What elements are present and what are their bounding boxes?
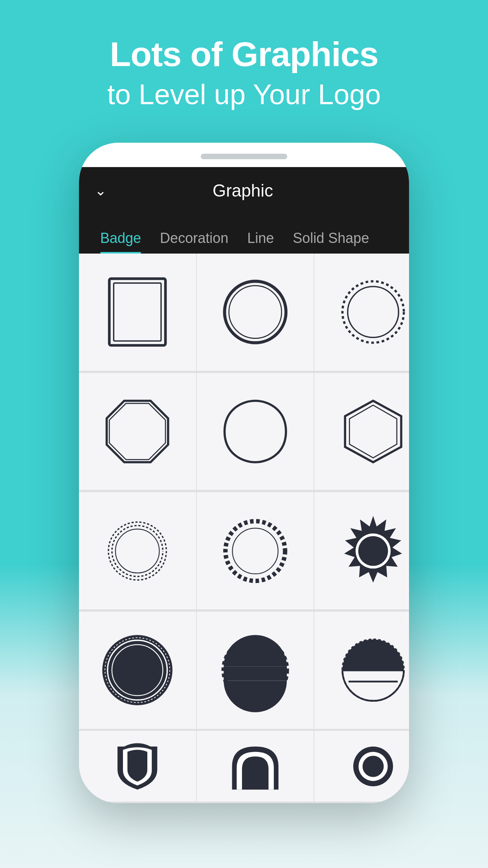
hero-section: Lots of Graphics to Level up Your Logo [107,35,381,111]
svg-rect-23 [224,667,287,681]
badge-hexagon[interactable] [314,373,409,490]
svg-point-14 [233,528,278,574]
hero-title: Lots of Graphics [107,35,381,74]
chevron-down-icon[interactable]: ⌄ [95,182,106,199]
svg-point-20 [116,649,158,691]
svg-marker-9 [349,405,397,458]
top-bar: ⌄ Graphic [79,167,409,214]
svg-point-13 [226,521,285,581]
svg-point-10 [108,522,166,579]
svg-rect-0 [109,279,165,346]
svg-point-5 [348,287,399,338]
badge-arch[interactable] [197,731,314,802]
badge-dark-circle[interactable] [79,612,196,729]
screen-title: Graphic [114,181,371,200]
badge-circle-simple[interactable] [197,254,314,371]
badge-rectangle[interactable] [79,254,196,371]
svg-marker-6 [107,401,168,462]
badge-medallion[interactable] [314,731,409,802]
phone-mockup: ⌄ Graphic Badge Decoration Line Solid Sh… [79,143,409,803]
phone-notch [201,154,287,159]
svg-point-29 [362,756,383,777]
badge-blob[interactable] [197,373,314,490]
hero-subtitle: to Level up Your Logo [107,77,381,111]
svg-point-3 [229,286,282,338]
tabs-bar: Badge Decoration Line Solid Shape [79,214,409,254]
badge-circle-braided[interactable] [79,492,196,609]
badge-shield[interactable] [79,731,196,802]
badge-circle-split[interactable] [314,612,409,729]
svg-marker-7 [109,403,165,460]
phone-screen: ⌄ Graphic Badge Decoration Line Solid Sh… [79,167,409,803]
svg-point-4 [342,281,404,343]
tab-solid-shape[interactable]: Solid Shape [283,230,378,254]
badge-octagon[interactable] [79,373,196,490]
svg-rect-1 [114,283,161,341]
tab-line[interactable]: Line [238,230,283,254]
badge-circle-dotted[interactable] [314,254,409,371]
badge-sunburst[interactable] [314,492,409,609]
tab-decoration[interactable]: Decoration [150,230,238,254]
badge-grid [79,254,409,803]
svg-point-12 [116,529,160,573]
badge-circle-half-dark[interactable] [197,612,314,729]
badge-circle-rope[interactable] [197,492,314,609]
tab-badge[interactable]: Badge [91,230,150,254]
svg-point-16 [358,536,388,566]
svg-point-11 [112,525,163,576]
svg-point-2 [224,281,286,343]
svg-marker-8 [345,401,401,462]
